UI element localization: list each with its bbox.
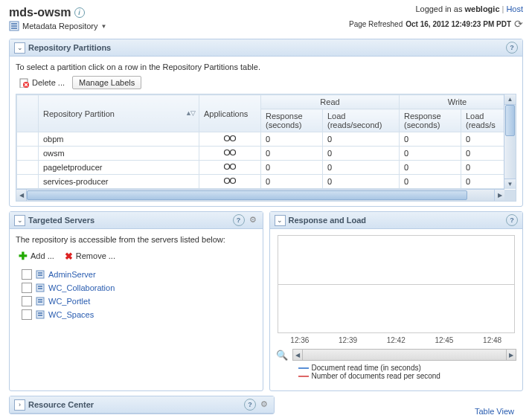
- col-applications[interactable]: Applications: [199, 95, 261, 132]
- magnifier-icon[interactable]: 🔍: [276, 350, 288, 361]
- checkbox[interactable]: [22, 269, 32, 280]
- username: weblogic: [464, 4, 499, 13]
- partitions-title: Repository Partitions: [28, 43, 111, 52]
- col-write-response[interactable]: Response (seconds): [400, 109, 461, 132]
- checkbox[interactable]: [22, 296, 32, 306]
- svg-rect-22: [38, 301, 42, 303]
- resource-center-panel: › Resource Center ? ⚙: [9, 396, 275, 414]
- help-icon[interactable]: ?: [506, 214, 518, 226]
- svg-point-11: [231, 164, 236, 170]
- table-row[interactable]: owsm0000: [17, 147, 516, 161]
- svg-rect-19: [38, 288, 42, 289]
- glasses-icon[interactable]: [223, 177, 237, 184]
- server-item[interactable]: WC_Collaboration: [22, 281, 257, 295]
- checkbox[interactable]: [22, 309, 32, 320]
- table-view-link[interactable]: Table View: [475, 407, 514, 416]
- axis-tick: 12:48: [483, 336, 501, 344]
- svg-rect-21: [38, 299, 42, 300]
- response-load-panel: ⌄ Response and Load ? 12:3612:3912:4212:…: [269, 211, 524, 391]
- refresh-info: Page Refreshed Oct 16, 2012 12:49:23 PM …: [349, 18, 523, 30]
- sort-icon[interactable]: ▲▽: [185, 109, 194, 117]
- server-link[interactable]: WC_Portlet: [48, 297, 90, 306]
- svg-point-6: [225, 136, 230, 141]
- glasses-icon[interactable]: [223, 135, 237, 142]
- axis-tick: 12:36: [290, 336, 309, 344]
- table-row[interactable]: services-producer0000: [17, 175, 516, 189]
- time-slider[interactable]: ◀ ▶: [292, 349, 517, 361]
- svg-rect-18: [38, 286, 42, 287]
- host-link[interactable]: Host: [506, 4, 523, 13]
- chart-x-axis: 12:3612:3912:4212:4512:48: [276, 336, 517, 344]
- axis-tick: 12:39: [339, 336, 357, 344]
- response-load-chart: [278, 235, 516, 333]
- hscroll-thumb[interactable]: [27, 190, 467, 200]
- axis-tick: 12:42: [387, 336, 406, 344]
- glasses-icon[interactable]: [223, 149, 237, 156]
- collapse-icon[interactable]: ⌄: [14, 42, 25, 54]
- help-icon[interactable]: ?: [233, 214, 245, 226]
- server-item[interactable]: WC_Portlet: [22, 295, 257, 308]
- help-icon[interactable]: ?: [244, 399, 256, 411]
- server-icon: [35, 283, 45, 293]
- svg-rect-3: [11, 28, 17, 29]
- scroll-down-arrow[interactable]: ▼: [504, 179, 516, 189]
- partition-name: obpm: [39, 132, 199, 147]
- slider-right-arrow[interactable]: ▶: [506, 350, 516, 360]
- response-title: Response and Load: [289, 216, 367, 225]
- table-row[interactable]: pageletproducer0000: [17, 161, 516, 175]
- partition-name: pageletproducer: [39, 161, 199, 175]
- gear-icon[interactable]: ⚙: [248, 214, 258, 225]
- svg-rect-25: [38, 315, 42, 316]
- delete-button[interactable]: Delete ...: [16, 76, 68, 89]
- horizontal-scrollbar[interactable]: ◀ ▶: [16, 189, 504, 201]
- col-read-load[interactable]: Load (reads/second): [323, 109, 400, 132]
- info-icon[interactable]: i: [74, 7, 85, 18]
- x-icon: ✖: [65, 251, 73, 262]
- login-info: Logged in as weblogic|Host: [415, 4, 523, 13]
- gear-icon[interactable]: ⚙: [259, 399, 269, 409]
- remove-button[interactable]: ✖Remove ...: [62, 248, 118, 263]
- scroll-left-arrow[interactable]: ◀: [16, 190, 27, 201]
- add-button[interactable]: ✚Add ...: [16, 248, 57, 263]
- svg-rect-24: [38, 312, 42, 314]
- plus-icon: ✚: [19, 250, 28, 262]
- svg-point-12: [225, 179, 230, 184]
- chevron-down-icon: ▼: [101, 23, 107, 30]
- svg-rect-1: [11, 23, 17, 25]
- server-item[interactable]: WC_Spaces: [22, 308, 257, 321]
- svg-rect-15: [38, 272, 42, 274]
- refresh-icon[interactable]: ⟳: [514, 18, 523, 30]
- slider-left-arrow[interactable]: ◀: [293, 350, 303, 360]
- table-row[interactable]: obpm0000: [17, 132, 516, 147]
- server-icon: [35, 296, 45, 306]
- glasses-icon[interactable]: [223, 163, 237, 170]
- server-link[interactable]: WC_Collaboration: [48, 283, 115, 292]
- server-link[interactable]: AdminServer: [48, 270, 96, 279]
- svg-rect-16: [38, 274, 42, 276]
- legend-swatch-blue: [298, 367, 309, 369]
- server-item[interactable]: AdminServer: [22, 268, 257, 281]
- page-title: mds-owsm: [9, 6, 71, 19]
- server-link[interactable]: WC_Spaces: [48, 310, 94, 319]
- manage-labels-button[interactable]: Manage Labels: [72, 76, 141, 89]
- page-header: mds-owsm i Metadata Repository ▼ Logged …: [0, 0, 532, 34]
- col-read-response[interactable]: Response (seconds): [261, 109, 323, 132]
- checkbox[interactable]: [22, 283, 32, 293]
- collapse-icon[interactable]: ⌄: [275, 215, 286, 226]
- col-partition[interactable]: Repository Partition▲▽: [39, 95, 199, 132]
- scroll-thumb[interactable]: [505, 105, 515, 136]
- chart-legend: Document read time (in seconds) Number o…: [298, 364, 517, 380]
- scroll-right-arrow[interactable]: ▶: [494, 190, 504, 201]
- svg-point-10: [225, 164, 230, 170]
- context-label: Metadata Repository: [22, 22, 98, 30]
- server-icon: [35, 269, 45, 280]
- scroll-up-arrow[interactable]: ▲: [504, 94, 516, 105]
- help-icon[interactable]: ?: [506, 42, 518, 54]
- targeted-servers-panel: ⌄ Targeted Servers ? ⚙ The repository is…: [9, 211, 263, 391]
- expand-icon[interactable]: ›: [14, 399, 25, 411]
- vertical-scrollbar[interactable]: ▲ ▼: [504, 94, 516, 189]
- collapse-icon[interactable]: ⌄: [14, 215, 25, 226]
- partitions-hint: To select a partition click on a row in …: [16, 62, 516, 71]
- legend-swatch-red: [298, 376, 309, 377]
- axis-tick: 12:45: [435, 336, 453, 344]
